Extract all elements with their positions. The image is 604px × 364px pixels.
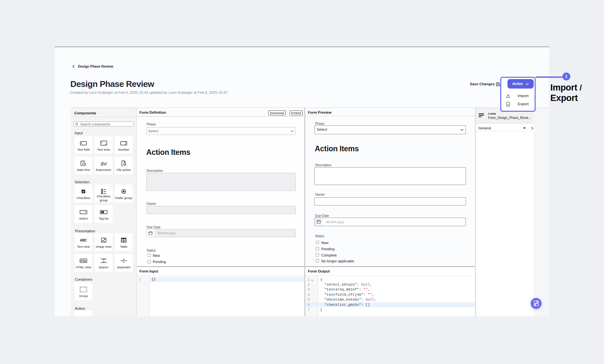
svg-text:ABC: ABC — [80, 239, 87, 242]
svg-text:HTML: HTML — [80, 260, 86, 262]
svg-text:{fx}: {fx} — [100, 161, 107, 166]
